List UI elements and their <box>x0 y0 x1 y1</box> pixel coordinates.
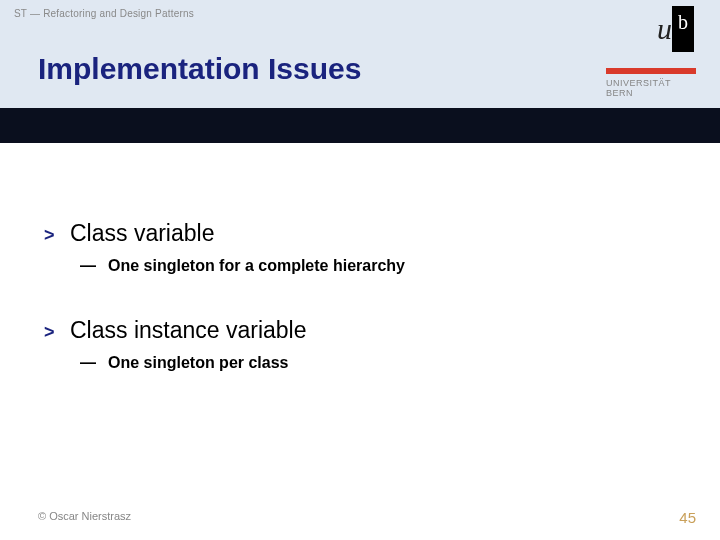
dash-icon: — <box>80 354 108 372</box>
sub-item: — One singleton for a complete hierarchy <box>80 257 680 275</box>
item-title: Class instance variable <box>70 317 307 344</box>
sub-text: One singleton for a complete hierarchy <box>108 257 405 275</box>
university-logo: u b UNIVERSITÄT BERN <box>602 6 700 138</box>
logo-uni-block: UNIVERSITÄT BERN <box>606 68 696 99</box>
footer-copyright: © Oscar Nierstrasz <box>38 510 131 522</box>
dash-icon: — <box>80 257 108 275</box>
bullet-angle-icon: > <box>44 322 70 343</box>
logo-b-glyph: b <box>672 6 694 52</box>
content-area: > Class variable — One singleton for a c… <box>44 220 680 414</box>
item-title: Class variable <box>70 220 214 247</box>
list-item: > Class instance variable — One singleto… <box>44 317 680 372</box>
item-head: > Class instance variable <box>44 317 680 344</box>
logo-u-glyph: u <box>657 12 672 46</box>
ub-mark: u b <box>602 6 700 56</box>
logo-uni-line2: BERN <box>606 88 696 98</box>
sub-item: — One singleton per class <box>80 354 680 372</box>
page-title: Implementation Issues <box>38 52 361 86</box>
logo-red-bar <box>606 68 696 74</box>
bullet-angle-icon: > <box>44 225 70 246</box>
logo-uni-line1: UNIVERSITÄT <box>606 78 696 88</box>
breadcrumb: ST — Refactoring and Design Patterns <box>14 8 194 19</box>
list-item: > Class variable — One singleton for a c… <box>44 220 680 275</box>
slide: ST — Refactoring and Design Patterns Imp… <box>0 0 720 540</box>
page-number: 45 <box>679 509 696 526</box>
item-head: > Class variable <box>44 220 680 247</box>
sub-text: One singleton per class <box>108 354 289 372</box>
